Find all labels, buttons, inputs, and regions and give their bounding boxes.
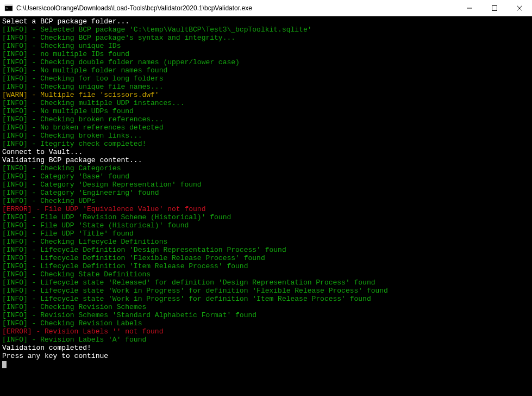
console-line: [INFO] - Checking Categories <box>2 164 530 172</box>
console-line: Connect to Vault... <box>2 148 530 156</box>
window-controls <box>457 0 532 16</box>
console-line: [INFO] - Category 'Engineering' found <box>2 189 530 197</box>
close-button[interactable] <box>507 0 532 16</box>
console-line: [INFO] - Checking broken links... <box>2 132 530 140</box>
console-line: Validation completed! <box>2 344 530 352</box>
app-icon: >_ <box>4 4 13 13</box>
console-line: [INFO] - Revision Labels 'A' found <box>2 336 530 344</box>
console-line: [INFO] - No multiple folder names found <box>2 66 530 75</box>
console-line: [INFO] - Lifecycle Definition 'Design Re… <box>2 246 530 254</box>
console-cursor <box>2 361 7 368</box>
console-line: [INFO] - File UDP 'State (Historical)' f… <box>2 221 530 230</box>
svg-rect-4 <box>492 5 497 10</box>
console-line: [WARN] - Multiple file 'scissors.dwf' <box>2 91 530 99</box>
console-line: [INFO] - Itegrity check completed! <box>2 140 530 148</box>
console-line: [INFO] - Checking broken references... <box>2 115 530 123</box>
console-line: [INFO] - Category 'Design Representation… <box>2 181 530 189</box>
console-line: [INFO] - Selected BCP package 'C:\temp\V… <box>2 26 530 34</box>
console-line: [INFO] - File UDP 'Title' found <box>2 230 530 238</box>
console-line: [INFO] - Checking unique IDs <box>2 42 530 50</box>
console-line: [INFO] - Checking for too long folders <box>2 75 530 83</box>
maximize-button[interactable] <box>482 0 507 16</box>
console-line: Press any key to continue <box>2 352 530 360</box>
console-line: [INFO] - Checking unique file names... <box>2 83 530 91</box>
console-line: [INFO] - File UDP 'Revision Scheme (Hist… <box>2 213 530 221</box>
console-line: [INFO] - Checking State Definitions <box>2 270 530 279</box>
console-output[interactable]: Select a BCP package folder...[INFO] - S… <box>0 16 532 396</box>
console-line: Validating BCP package content... <box>2 156 530 164</box>
console-line: [INFO] - Checking Lifecycle Definitions <box>2 238 530 246</box>
console-line: [INFO] - Checking BCP package's syntax a… <box>2 34 530 42</box>
console-line: [INFO] - Category 'Base' found <box>2 172 530 181</box>
console-line: Select a BCP package folder... <box>2 17 530 26</box>
console-line: [INFO] - No broken references detected <box>2 123 530 132</box>
console-line: [INFO] - Lifecycle state 'Released' for … <box>2 279 530 287</box>
minimize-button[interactable] <box>457 0 482 16</box>
console-line: [INFO] - Checking Revision Schemes <box>2 303 530 311</box>
console-line: [INFO] - Lifecycle Definition 'Flexible … <box>2 254 530 262</box>
console-line: [INFO] - Revision Schemes 'Standard Alph… <box>2 311 530 319</box>
console-line: [INFO] - Lifecycle state 'Work in Progre… <box>2 287 530 295</box>
console-line: [ERROR] - File UDP 'Equivalence Value' n… <box>2 205 530 213</box>
console-line: [INFO] - no multiple IDs found <box>2 50 530 58</box>
window-titlebar[interactable]: >_ C:\Users\coolOrange\Downloads\Load-To… <box>0 0 532 16</box>
window-title: C:\Users\coolOrange\Downloads\Load-Tools… <box>16 4 457 12</box>
console-line: [INFO] - Lifecycle Definition 'Item Rele… <box>2 262 530 270</box>
console-line: [INFO] - Checking multiple UDP instances… <box>2 99 530 107</box>
console-line: [INFO] - Lifecycle state 'Work in Progre… <box>2 295 530 303</box>
console-line: [INFO] - Checking UDPs <box>2 197 530 205</box>
console-line: [INFO] - No multiple UDPs found <box>2 107 530 115</box>
console-line: [ERROR] - Revision Labels '' not found <box>2 327 530 336</box>
console-line: [INFO] - Checking Revision Labels <box>2 319 530 327</box>
console-line: [INFO] - Checking double folder names (u… <box>2 58 530 66</box>
svg-text:>_: >_ <box>6 6 10 10</box>
